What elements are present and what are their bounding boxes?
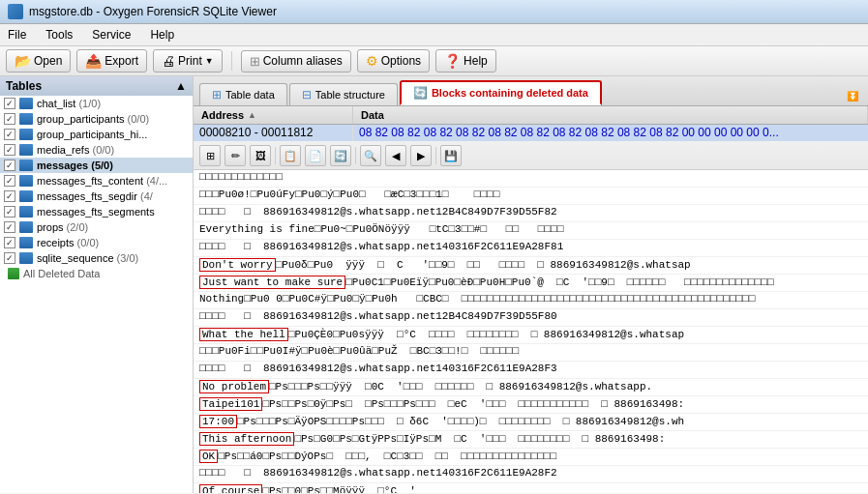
tab-table-data-label: Table data [225,89,275,101]
checkbox-receipts[interactable] [4,237,15,248]
grid-view-button[interactable]: ⊞ [199,145,221,166]
edit-button[interactable]: ✏ [224,145,246,166]
copy-button[interactable]: 📋 [280,145,301,166]
sort-icon[interactable]: ▲ [175,79,187,93]
sidebar: Tables ▲ chat_list (1/0) group_participa… [0,76,194,493]
sidebar-item-receipts[interactable]: receipts (0/0) [0,235,193,250]
sidebar-label-messages-fts-segdir: messages_fts_segdir (4/ [37,190,153,202]
content-text-9: What the hell□Pu0ÇÈ0□Pu0sÿÿÿ □°C □□□□ □□… [194,327,868,343]
export-data-button[interactable]: 💾 [440,145,462,166]
sidebar-item-media-refs[interactable]: media_refs (0/0) [0,142,193,158]
content-text-6: Just want to make sure□Pu0C1□Pu0Eïÿ□Pu0□… [194,275,868,291]
sidebar-label-sqlite-sequence: sqlite_sequence (3/0) [37,252,138,264]
highlighted-text-taipei: Taipei101 [199,397,262,411]
content-row-8: □□□□ □ 886916349812@s.whatsapp.net12B4C8… [194,309,868,327]
export-icon: 📤 [85,53,102,69]
sidebar-item-sqlite-sequence[interactable]: sqlite_sequence (3/0) [0,250,193,266]
all-deleted-item[interactable]: All Deleted Data [0,266,193,281]
sidebar-item-messages-fts-content[interactable]: messages_fts_content (4/... [0,173,193,189]
help-button[interactable]: ❓ Help [435,49,496,73]
menu-service[interactable]: Service [88,26,135,44]
checkbox-messages-fts-content[interactable] [4,175,15,187]
checkbox-props[interactable] [4,221,15,233]
menu-file[interactable]: File [4,26,30,44]
content-row-12: No problem□Ps□□□Ps□□ÿÿÿ □0C '□□□ □□□□□□ … [194,379,868,396]
cell-data-hex: 08 82 08 82 08 82 08 82 08 82 08 82 08 8… [353,125,868,141]
checkbox-group-participants[interactable] [4,113,15,125]
content-text-1: □□□Pu0ø!□Pu0úFy□Pu0□ý□Pu0□ □æC□3□□□1□ □□… [194,188,868,204]
tab-blocks-deleted-label: Blocks containing deleted data [432,87,588,99]
blocks-deleted-tab-icon: 🔄 [413,86,428,100]
checkbox-sqlite-sequence[interactable] [4,252,15,264]
export-button[interactable]: 📤 Export [76,49,147,73]
open-button[interactable]: 📂 Open [6,49,71,73]
address-sort-icon[interactable]: ▲ [248,110,256,120]
data-area: □□□□□□□□□□□□□ □□□Pu0ø!□Pu0úFy□Pu0□ý□Pu0□… [194,170,868,493]
open-icon: 📂 [15,53,31,69]
content-row-3: Everything is fine□Pu0~□Pu0ÖNöÿÿÿ □tC□3□… [194,222,868,240]
data-col-label: Data [361,109,384,121]
image-button[interactable]: 🖼 [250,145,271,166]
content-text-16: OK□Ps□□á0□Ps□□DýOPs□ □□□, □C□3□□ □□ □□□□… [194,449,868,465]
col-address-header[interactable]: Address ▲ [194,106,353,124]
checkbox-chat-list[interactable] [4,98,15,109]
content-row-13: Taipei101□Ps□□Ps□0ÿ□Ps□ □Ps□□□Ps□□□ □eC … [194,396,868,414]
content-row-4: □□□□ □ 886916349812@s.whatsapp.net140316… [194,240,868,257]
sidebar-item-messages[interactable]: messages (5/0) [0,158,193,173]
table-icon [19,221,33,233]
prev-button[interactable]: ◀ [385,145,406,166]
next-button[interactable]: ▶ [410,145,432,166]
help-icon: ❓ [444,53,461,69]
sub-toolbar: ⊞ ✏ 🖼 📋 📄 🔄 🔍 ◀ ▶ 💾 [194,142,868,170]
table-icon [19,144,33,156]
options-button[interactable]: ⚙ Options [357,49,430,73]
refresh-button[interactable]: 🔄 [330,145,351,166]
column-aliases-button[interactable]: ⊞ Column aliases [241,50,351,73]
table-icon [19,206,33,218]
search-button[interactable]: 🔍 [360,145,381,166]
content-text-17: □□□□ □ 886916349812@s.whatsapp.net140316… [194,466,868,482]
tab-blocks-deleted[interactable]: 🔄 Blocks containing deleted data [400,80,602,105]
cell-address-hex: 00008210 - 00011812 [194,125,353,141]
table-data-tab-icon: ⊞ [212,88,222,102]
tab-scroll-right[interactable]: ⏬ [843,87,862,105]
content-row-14: 17:00□Ps□□□Ps□ÄÿOPS□□□□Ps□□□ □ δ6C '□□□□… [194,414,868,431]
checkbox-group-participants-hi[interactable] [4,129,15,140]
menu-bar: File Tools Service Help [0,24,868,46]
checkbox-messages-fts-segdir[interactable] [4,190,15,202]
content-row-0: □□□□□□□□□□□□□ [194,170,868,188]
sidebar-item-group-participants-hi[interactable]: group_participants_hi... [0,127,193,142]
print-button[interactable]: 🖨 Print ▼ [153,49,223,73]
sidebar-item-messages-fts-segments[interactable]: messages_fts_segments [0,204,193,219]
sidebar-label-messages-fts-content: messages_fts_content (4/... [37,175,167,187]
content-row-11: □□□□ □ 886916349812@s.whatsapp.net140316… [194,362,868,379]
print-dropdown-icon[interactable]: ▼ [205,56,214,66]
content-text-15: This afternoon□Ps□G0□Ps□GtÿPPs□IÿPs□M □C… [194,431,868,448]
sidebar-item-group-participants[interactable]: group_participants (0/0) [0,111,193,127]
menu-tools[interactable]: Tools [42,26,76,44]
sidebar-item-messages-fts-segdir[interactable]: messages_fts_segdir (4/ [0,189,193,204]
sidebar-header: Tables ▲ [0,76,193,96]
sidebar-item-chat-list[interactable]: chat_list (1/0) [0,96,193,111]
col-data-header[interactable]: Data [353,106,868,124]
checkbox-media-refs[interactable] [4,144,15,156]
menu-help[interactable]: Help [146,26,178,44]
hex-data-row[interactable]: 00008210 - 00011812 08 82 08 82 08 82 08… [194,125,868,142]
tab-table-structure[interactable]: ⊟ Table structure [289,83,398,105]
all-deleted-icon [8,268,19,279]
title-bar: msgstore.db - Oxygen ForensicR SQLite Vi… [0,0,868,24]
tab-bar: ⊞ Table data ⊟ Table structure 🔄 Blocks … [194,76,868,106]
content-row-6: Just want to make sure□Pu0C1□Pu0Eïÿ□Pu0□… [194,275,868,292]
table-icon [19,160,33,171]
checkbox-messages-fts-segments[interactable] [4,206,15,218]
sidebar-item-props[interactable]: props (2/0) [0,219,193,235]
checkbox-messages[interactable] [4,160,15,171]
table-icon [19,98,33,109]
highlighted-text-just-want: Just want to make sure [199,276,345,289]
tab-table-structure-label: Table structure [315,89,385,101]
paste-button[interactable]: 📄 [305,145,326,166]
sidebar-label-messages-fts-segments: messages_fts_segments [37,206,155,218]
highlighted-text-what-hell: What the hell [199,328,288,341]
content-text-5: Don't worry□Pu0δ□Pu0 ÿÿÿ □ C '□□9□ □□ □□… [194,257,868,274]
tab-table-data[interactable]: ⊞ Table data [199,83,287,105]
